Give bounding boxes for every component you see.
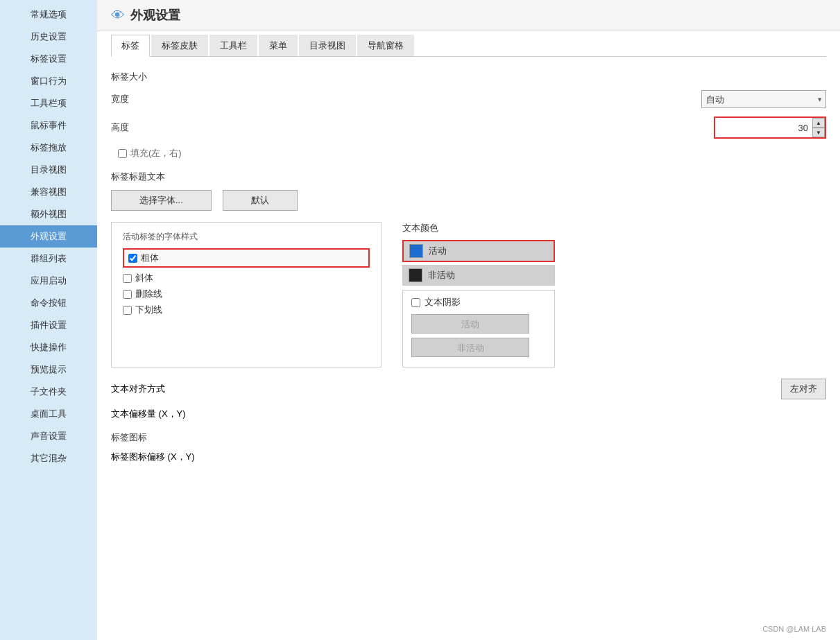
spinner-up[interactable]: ▲ bbox=[812, 118, 825, 128]
active-color-swatch bbox=[409, 244, 423, 258]
height-input[interactable] bbox=[715, 118, 812, 137]
sidebar-item-插件设置[interactable]: 插件设置 bbox=[0, 314, 97, 336]
font-style-group-label: 活动标签的字体样式 bbox=[123, 231, 370, 243]
sidebar-item-群组列表[interactable]: 群组列表 bbox=[0, 248, 97, 270]
sidebar-item-快捷操作[interactable]: 快捷操作 bbox=[0, 336, 97, 358]
width-row: 宽度 自动 固定 自适应 bbox=[111, 90, 826, 108]
width-label: 宽度 bbox=[111, 93, 153, 105]
content-area: 标签标签皮肤工具栏菜单目录视图导航窗格 标签大小 宽度 自动 固定 自适应 高度 bbox=[97, 31, 840, 640]
font-buttons-row: 选择字体... 默认 bbox=[111, 190, 826, 211]
inactive-color-row[interactable]: 非活动 bbox=[402, 265, 555, 286]
tab-icon-section: 标签图标 标签图标偏移 (X，Y) bbox=[111, 431, 826, 463]
text-align-row: 文本对齐方式 左对齐 bbox=[111, 379, 826, 399]
icon-offset-label: 标签图标偏移 (X，Y) bbox=[111, 451, 195, 463]
tab-title-section: 标签标题文本 选择字体... 默认 活动标签的字体样式 粗体 bbox=[111, 171, 826, 420]
tab-title-label: 标签标题文本 bbox=[111, 171, 826, 183]
icon-label: 标签图标 bbox=[111, 431, 826, 444]
sidebar-item-预览提示[interactable]: 预览提示 bbox=[0, 358, 97, 381]
sidebar-item-工具栏项[interactable]: 工具栏项 bbox=[0, 92, 97, 114]
strikethrough-row: 删除线 bbox=[123, 288, 370, 300]
bold-checkbox[interactable] bbox=[128, 254, 137, 263]
text-color-panel: 文本颜色 活动 非活动 文本阴影 bbox=[402, 222, 555, 367]
bold-row: 粗体 bbox=[123, 248, 370, 268]
tab-导航窗格[interactable]: 导航窗格 bbox=[357, 35, 414, 56]
tab-bar: 标签标签皮肤工具栏菜单目录视图导航窗格 bbox=[111, 31, 826, 57]
sidebar-item-应用启动[interactable]: 应用启动 bbox=[0, 270, 97, 292]
inactive-color-label: 非活动 bbox=[428, 269, 455, 282]
sidebar-item-桌面工具[interactable]: 桌面工具 bbox=[0, 403, 97, 425]
tab-size-section: 标签大小 宽度 自动 固定 自适应 高度 bbox=[111, 71, 826, 159]
sidebar-item-兼容视图[interactable]: 兼容视图 bbox=[0, 181, 97, 203]
footer-watermark: CSDN @LAM LAB bbox=[762, 625, 826, 633]
active-color-row[interactable]: 活动 bbox=[402, 240, 555, 262]
sidebar-item-目录视图[interactable]: 目录视图 bbox=[0, 159, 97, 181]
shadow-active-btn[interactable]: 活动 bbox=[411, 314, 529, 334]
fill-checkbox[interactable] bbox=[118, 149, 127, 158]
text-color-label: 文本颜色 bbox=[402, 222, 555, 234]
underline-row: 下划线 bbox=[123, 304, 370, 316]
text-offset-label: 文本偏移量 (X，Y) bbox=[111, 408, 186, 420]
bold-label: 粗体 bbox=[141, 252, 159, 264]
italic-checkbox[interactable] bbox=[123, 274, 132, 283]
align-button[interactable]: 左对齐 bbox=[781, 379, 826, 399]
icon-offset-row: 标签图标偏移 (X，Y) bbox=[111, 451, 826, 463]
fill-checkbox-row: 填充(左，右) bbox=[111, 147, 826, 159]
select-font-button[interactable]: 选择字体... bbox=[111, 190, 212, 211]
tab-标签皮肤[interactable]: 标签皮肤 bbox=[151, 35, 208, 56]
shadow-inactive-label: 非活动 bbox=[457, 343, 484, 353]
tab-目录视图[interactable]: 目录视图 bbox=[299, 35, 356, 56]
italic-row: 斜体 bbox=[123, 272, 370, 284]
active-color-label: 活动 bbox=[429, 245, 447, 257]
main-content: 👁 外观设置 标签标签皮肤工具栏菜单目录视图导航窗格 标签大小 宽度 自动 固定… bbox=[97, 0, 840, 640]
font-style-panel: 活动标签的字体样式 粗体 斜体 删除线 bbox=[111, 222, 382, 367]
eye-icon: 👁 bbox=[111, 8, 125, 24]
text-align-label: 文本对齐方式 bbox=[111, 383, 165, 395]
inactive-color-swatch bbox=[409, 268, 422, 282]
text-offset-row: 文本偏移量 (X，Y) bbox=[111, 408, 826, 420]
width-select-wrapper[interactable]: 自动 固定 自适应 bbox=[701, 90, 826, 108]
sidebar-item-外观设置[interactable]: 外观设置 bbox=[0, 225, 97, 248]
tab-标签[interactable]: 标签 bbox=[111, 35, 150, 57]
sidebar-item-历史设置[interactable]: 历史设置 bbox=[0, 26, 97, 48]
width-select[interactable]: 自动 固定 自适应 bbox=[701, 90, 826, 108]
shadow-active-label: 活动 bbox=[461, 319, 479, 329]
height-row: 高度 ▲ ▼ bbox=[111, 116, 826, 139]
sidebar-item-其它混杂[interactable]: 其它混杂 bbox=[0, 447, 97, 469]
default-button[interactable]: 默认 bbox=[223, 190, 298, 211]
tab-size-label: 标签大小 bbox=[111, 71, 826, 83]
sidebar-item-子文件夹[interactable]: 子文件夹 bbox=[0, 381, 97, 403]
italic-label: 斜体 bbox=[135, 272, 153, 284]
sidebar-item-鼠标事件[interactable]: 鼠标事件 bbox=[0, 114, 97, 137]
height-label: 高度 bbox=[111, 121, 153, 134]
shadow-label: 文本阴影 bbox=[425, 296, 461, 309]
sidebar-item-窗口行为[interactable]: 窗口行为 bbox=[0, 70, 97, 92]
sidebar-item-命令按钮[interactable]: 命令按钮 bbox=[0, 292, 97, 314]
sidebar-item-标签拖放[interactable]: 标签拖放 bbox=[0, 137, 97, 159]
shadow-checkbox[interactable] bbox=[411, 298, 420, 307]
sidebar-item-声音设置[interactable]: 声音设置 bbox=[0, 425, 97, 447]
sidebar-item-常规选项[interactable]: 常规选项 bbox=[0, 3, 97, 26]
sidebar-item-标签设置[interactable]: 标签设置 bbox=[0, 48, 97, 70]
text-shadow-section: 文本阴影 活动 非活动 bbox=[402, 290, 555, 367]
height-spinner: ▲ ▼ bbox=[714, 116, 826, 139]
tab-工具栏[interactable]: 工具栏 bbox=[209, 35, 257, 56]
tab-菜单[interactable]: 菜单 bbox=[259, 35, 298, 56]
sidebar-item-额外视图[interactable]: 额外视图 bbox=[0, 203, 97, 225]
underline-checkbox[interactable] bbox=[123, 306, 132, 315]
underline-label: 下划线 bbox=[135, 304, 162, 316]
strikethrough-label: 删除线 bbox=[135, 288, 162, 300]
strikethrough-checkbox[interactable] bbox=[123, 290, 132, 299]
spinner-down[interactable]: ▼ bbox=[812, 128, 825, 137]
shadow-header: 文本阴影 bbox=[411, 296, 546, 309]
shadow-inactive-btn[interactable]: 非活动 bbox=[411, 338, 529, 357]
spinner-buttons: ▲ ▼ bbox=[812, 118, 825, 137]
fill-label: 填充(左，右) bbox=[130, 147, 182, 159]
two-col-layout: 活动标签的字体样式 粗体 斜体 删除线 bbox=[111, 222, 826, 367]
page-header: 👁 外观设置 bbox=[97, 0, 840, 31]
sidebar: 常规选项历史设置标签设置窗口行为工具栏项鼠标事件标签拖放目录视图兼容视图额外视图… bbox=[0, 0, 97, 640]
page-title: 外观设置 bbox=[130, 7, 180, 24]
